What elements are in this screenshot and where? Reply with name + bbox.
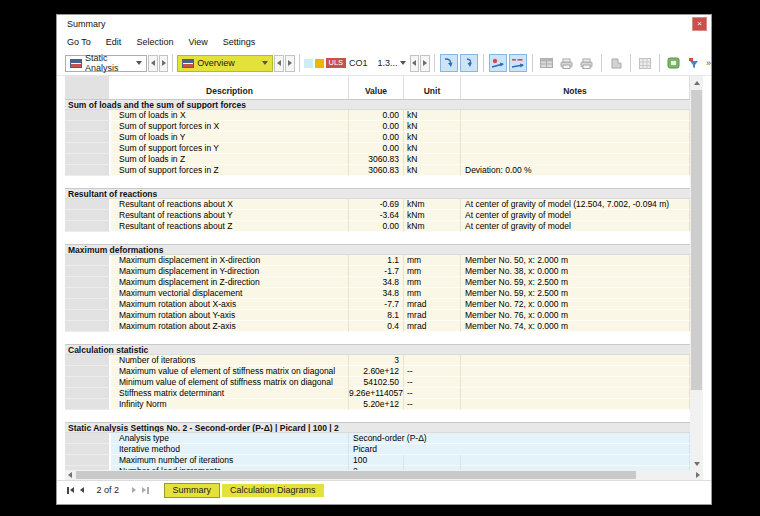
scroll-right-icon[interactable] bbox=[693, 470, 703, 480]
show-results-icon[interactable] bbox=[489, 54, 507, 72]
table-row[interactable]: Sum of support forces in X0.00kN bbox=[65, 121, 690, 132]
first-page-button[interactable] bbox=[67, 487, 74, 494]
filter-icon[interactable] bbox=[685, 54, 703, 72]
row-header-cell bbox=[65, 388, 111, 399]
scroll-down-icon[interactable] bbox=[690, 457, 703, 470]
summary-window: Summary × Go ToEditSelectionViewSettings… bbox=[56, 14, 712, 505]
table-row[interactable]: Stiffness matrix determinant9.26e+114057… bbox=[65, 388, 690, 399]
view-next-button[interactable] bbox=[285, 55, 295, 72]
table-row[interactable]: Iterative methodPicard bbox=[65, 444, 690, 455]
description-cell: Maximum number of iterations bbox=[111, 455, 349, 466]
section-header-row[interactable]: Static Analysis Settings No. 2 - Second-… bbox=[65, 422, 690, 433]
notes-cell bbox=[461, 399, 690, 410]
toolbar-separator bbox=[601, 54, 602, 72]
section-header-row[interactable]: Resultant of reactions bbox=[65, 188, 690, 199]
toolbar-overflow-icon[interactable]: » bbox=[706, 58, 711, 68]
analysis-next-button[interactable] bbox=[159, 55, 169, 72]
table-row[interactable]: Sum of loads in Z3060.83kN bbox=[65, 154, 690, 165]
table-view-value: Overview bbox=[197, 58, 257, 68]
table-row[interactable]: Analysis typeSecond-order (P-Δ) bbox=[65, 433, 690, 444]
chevron-down-icon bbox=[400, 61, 406, 65]
table-row[interactable]: Sum of support forces in Y0.00kN bbox=[65, 143, 690, 154]
close-icon[interactable]: × bbox=[692, 17, 707, 31]
table-row[interactable]: Maximum displacement in Y-direction-1.7m… bbox=[65, 266, 690, 277]
table-row[interactable]: Maximum rotation about X-axis-7.7mradMem… bbox=[65, 299, 690, 310]
next-page-button[interactable] bbox=[132, 487, 136, 493]
notes-cell: Member No. 59, x: 2.500 m bbox=[461, 288, 690, 299]
section-gap bbox=[65, 176, 690, 188]
print-all-tables-icon[interactable] bbox=[578, 54, 596, 72]
table-row[interactable]: Maximum rotation about Y-axis8.1mradMemb… bbox=[65, 310, 690, 321]
case-prev-button[interactable] bbox=[410, 55, 420, 72]
analysis-prev-button[interactable] bbox=[148, 55, 158, 72]
unit-cell: kNm bbox=[404, 199, 461, 210]
menu-edit[interactable]: Edit bbox=[106, 37, 122, 47]
unit-cell: mm bbox=[404, 255, 461, 266]
menu-go-to[interactable]: Go To bbox=[67, 37, 91, 47]
table-row[interactable]: Maximum rotation about Z-axis0.4mradMemb… bbox=[65, 321, 690, 332]
table-row[interactable]: Sum of support forces in Z3060.83kNDevia… bbox=[65, 165, 690, 176]
grid-icon[interactable] bbox=[636, 54, 654, 72]
view-prev-button[interactable] bbox=[274, 55, 284, 72]
table-row[interactable]: Number of iterations3 bbox=[65, 355, 690, 366]
scroll-left-icon[interactable] bbox=[65, 470, 75, 480]
print-table-icon[interactable] bbox=[558, 54, 576, 72]
export-report-icon[interactable] bbox=[607, 54, 625, 72]
show-result-values-icon[interactable] bbox=[509, 54, 527, 72]
value-cell: 0.00 bbox=[349, 143, 404, 154]
horizontal-scrollbar-thumb[interactable] bbox=[76, 471, 636, 479]
table-settings-icon[interactable] bbox=[538, 54, 556, 72]
results-table: Description Value Unit Notes Sum of load… bbox=[65, 76, 690, 470]
section-header-row[interactable]: Maximum deformations bbox=[65, 244, 690, 255]
table-row[interactable]: Sum of loads in X0.00kN bbox=[65, 110, 690, 121]
toolbar-separator bbox=[172, 54, 173, 72]
value-cell: 34.8 bbox=[349, 277, 404, 288]
table-row[interactable]: Infinity Norm5.20e+12-- bbox=[65, 399, 690, 410]
table-view-combobox[interactable]: Overview bbox=[177, 55, 273, 72]
table-row[interactable]: Maximum displacement in X-direction1.1mm… bbox=[65, 255, 690, 266]
section-header-row[interactable]: Sum of loads and the sum of support forc… bbox=[65, 99, 690, 110]
row-header-cell bbox=[65, 165, 111, 176]
vertical-scrollbar[interactable] bbox=[690, 76, 703, 470]
select-relation-icon[interactable] bbox=[440, 54, 458, 72]
row-header-cell bbox=[65, 221, 111, 232]
table-row[interactable]: Resultant of reactions about X-0.69kNmAt… bbox=[65, 199, 690, 210]
row-header-cell bbox=[65, 366, 111, 377]
analysis-type-combobox[interactable]: Static Analysis bbox=[65, 55, 147, 72]
horizontal-scrollbar[interactable] bbox=[65, 470, 703, 480]
previous-page-button[interactable] bbox=[80, 487, 84, 493]
unit-cell: -- bbox=[404, 377, 461, 388]
uls-badge: ULS bbox=[326, 58, 347, 68]
row-header-cell bbox=[65, 288, 111, 299]
table-row[interactable]: Maximum vectorial displacement34.8mmMemb… bbox=[65, 288, 690, 299]
table-row[interactable]: Maximum value of element of stiffness ma… bbox=[65, 366, 690, 377]
table-row[interactable]: Sum of loads in Y0.00kN bbox=[65, 132, 690, 143]
select-objects-icon[interactable] bbox=[460, 54, 478, 72]
case-next-button[interactable] bbox=[420, 55, 430, 72]
tab-summary[interactable]: Summary bbox=[164, 483, 221, 498]
load-case-label: CO1 bbox=[349, 58, 368, 68]
tab-calculation-diagrams[interactable]: Calculation Diagrams bbox=[222, 484, 324, 497]
row-header-cell bbox=[65, 121, 111, 132]
menu-view[interactable]: View bbox=[188, 37, 207, 47]
load-factor-label[interactable]: 1.3... bbox=[378, 58, 398, 68]
export-excel-icon[interactable] bbox=[665, 54, 683, 72]
row-header-cell bbox=[65, 210, 111, 221]
table-row[interactable]: Resultant of reactions about Z0.00kNmAt … bbox=[65, 221, 690, 232]
value-cell: 8.1 bbox=[349, 310, 404, 321]
section-header-row[interactable]: Calculation statistic bbox=[65, 344, 690, 355]
scroll-up-icon[interactable] bbox=[690, 76, 703, 89]
last-page-button[interactable] bbox=[142, 487, 149, 494]
menu-settings[interactable]: Settings bbox=[223, 37, 256, 47]
vertical-scrollbar-thumb[interactable] bbox=[691, 90, 702, 390]
value-cell: 3 bbox=[349, 355, 404, 366]
menu-selection[interactable]: Selection bbox=[136, 37, 173, 47]
row-header-cell bbox=[65, 143, 111, 154]
unit-cell: kN bbox=[404, 154, 461, 165]
table-row[interactable]: Maximum displacement in Z-direction34.8m… bbox=[65, 277, 690, 288]
toolbar: Static Analysis Overview ULS CO1 1.3... bbox=[57, 51, 711, 76]
table-row[interactable]: Maximum number of iterations100 bbox=[65, 455, 690, 466]
table-row[interactable]: Resultant of reactions about Y-3.64kNmAt… bbox=[65, 210, 690, 221]
description-cell: Resultant of reactions about Z bbox=[111, 221, 349, 232]
table-row[interactable]: Minimum value of element of stiffness ma… bbox=[65, 377, 690, 388]
